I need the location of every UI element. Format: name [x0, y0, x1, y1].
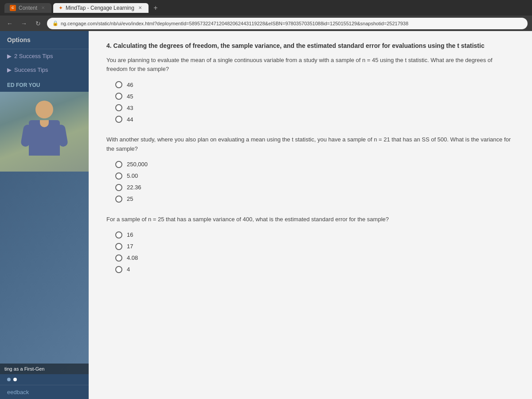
q2-label-250000: 250,000 — [127, 161, 148, 168]
q3-radio-17[interactable] — [115, 243, 122, 250]
tab-bar: C Content ✕ ✦ MindTap - Cengage Learning… — [0, 0, 532, 16]
question-3-section: For a sample of n = 25 that has a sample… — [106, 215, 514, 273]
question-3-body: For a sample of n = 25 that has a sample… — [106, 215, 514, 224]
question-title: 4. Calculating the degrees of freedom, t… — [106, 42, 514, 51]
q3-option-16[interactable]: 16 — [115, 231, 514, 239]
tab-mindtap[interactable]: ✦ MindTap - Cengage Learning ✕ — [53, 3, 149, 13]
sidebar-item-arrow-1: ▶ — [7, 53, 12, 59]
q2-option-5[interactable]: 5.00 — [115, 172, 514, 180]
tab-content[interactable]: C Content ✕ — [4, 3, 51, 13]
q1-radio-44[interactable] — [115, 116, 122, 123]
mindtap-tab-label: MindTap - Cengage Learning — [66, 5, 134, 11]
q1-option-45[interactable]: 45 — [115, 93, 514, 100]
question-1-options: 46 45 43 44 — [115, 81, 514, 123]
sidebar-item-success-tips-2[interactable]: ▶ Success Tips — [0, 63, 89, 77]
sidebar-thumbnail: ting as a First-Gen — [0, 92, 89, 374]
dot-1 — [7, 378, 11, 381]
mindtap-tab-close[interactable]: ✕ — [137, 5, 143, 11]
question-1-body: You are planning to evaluate the mean of… — [106, 56, 514, 74]
question-1-section: You are planning to evaluate the mean of… — [106, 56, 514, 123]
q1-option-43[interactable]: 43 — [115, 104, 514, 111]
question-2-body: With another study, where you also plan … — [106, 135, 514, 154]
q1-radio-43[interactable] — [115, 104, 122, 111]
q3-radio-4[interactable] — [115, 266, 122, 273]
q3-label-408: 4.08 — [127, 254, 138, 261]
q2-option-25[interactable]: 25 — [115, 196, 514, 203]
q2-radio-5[interactable] — [115, 172, 122, 180]
sidebar-feedback[interactable]: eedback — [0, 385, 89, 399]
q1-option-44[interactable]: 44 — [115, 116, 514, 123]
sidebar: Options ▶ 2 Success Tips ▶ Success Tips … — [0, 31, 89, 399]
dot-2 — [13, 378, 17, 381]
q1-radio-46[interactable] — [115, 81, 122, 88]
browser-chrome: C Content ✕ ✦ MindTap - Cengage Learning… — [0, 0, 532, 31]
url-bar[interactable]: 🔒 ng.cengage.com/static/nb/ui/evo/index.… — [47, 18, 528, 29]
refresh-button[interactable]: ↻ — [33, 18, 43, 29]
sidebar-item-success-tips-1[interactable]: ▶ 2 Success Tips — [0, 49, 89, 63]
q1-label-44: 44 — [127, 116, 133, 123]
url-text: ng.cengage.com/static/nb/ui/evo/index.ht… — [61, 21, 408, 26]
q2-radio-25[interactable] — [115, 196, 122, 203]
q3-option-17[interactable]: 17 — [115, 243, 514, 250]
question-2-options: 250,000 5.00 22.36 25 — [115, 161, 514, 203]
thumbnail-caption: ting as a First-Gen — [0, 364, 89, 374]
back-button[interactable]: ← — [4, 18, 15, 29]
q3-label-16: 16 — [127, 231, 133, 238]
q1-radio-45[interactable] — [115, 93, 122, 100]
ed-for-you-label: ED FOR YOU — [0, 78, 89, 92]
q3-radio-408[interactable] — [115, 254, 122, 262]
q3-option-4[interactable]: 4 — [115, 266, 514, 273]
forward-button[interactable]: → — [19, 18, 29, 29]
question-3-options: 16 17 4.08 4 — [115, 231, 514, 273]
q1-option-46[interactable]: 46 — [115, 81, 514, 88]
q2-option-2236[interactable]: 22.36 — [115, 184, 514, 191]
q1-label-46: 46 — [127, 82, 133, 88]
q2-option-250000[interactable]: 250,000 — [115, 161, 514, 168]
add-tab-button[interactable]: + — [150, 3, 161, 13]
sidebar-item-label-1: 2 Success Tips — [14, 53, 53, 59]
sidebar-item-label-2: Success Tips — [14, 66, 48, 73]
q3-option-408[interactable]: 4.08 — [115, 254, 514, 262]
q2-label-5: 5.00 — [127, 172, 138, 179]
q2-radio-2236[interactable] — [115, 184, 122, 191]
main-container: Options ▶ 2 Success Tips ▶ Success Tips … — [0, 31, 532, 399]
q3-label-17: 17 — [127, 243, 133, 250]
content-tab-close[interactable]: ✕ — [40, 5, 46, 11]
q1-label-45: 45 — [127, 93, 133, 100]
sidebar-options-label: Options — [0, 31, 89, 49]
dots-indicator — [0, 374, 89, 385]
content-area: 4. Calculating the degrees of freedom, t… — [89, 31, 532, 399]
q2-radio-250000[interactable] — [115, 161, 122, 168]
q3-label-4: 4 — [127, 266, 130, 273]
q3-radio-16[interactable] — [115, 231, 122, 239]
content-tab-icon: C — [10, 5, 16, 11]
question-2-section: With another study, where you also plan … — [106, 135, 514, 203]
mindtap-tab-icon: ✦ — [59, 5, 63, 11]
lock-icon: 🔒 — [52, 20, 59, 26]
q1-label-43: 43 — [127, 105, 133, 111]
address-bar: ← → ↻ 🔒 ng.cengage.com/static/nb/ui/evo/… — [0, 16, 532, 31]
q2-label-2236: 22.36 — [127, 184, 141, 191]
content-tab-label: Content — [19, 5, 37, 11]
sidebar-item-arrow-2: ▶ — [7, 66, 12, 73]
q2-label-25: 25 — [127, 196, 133, 202]
